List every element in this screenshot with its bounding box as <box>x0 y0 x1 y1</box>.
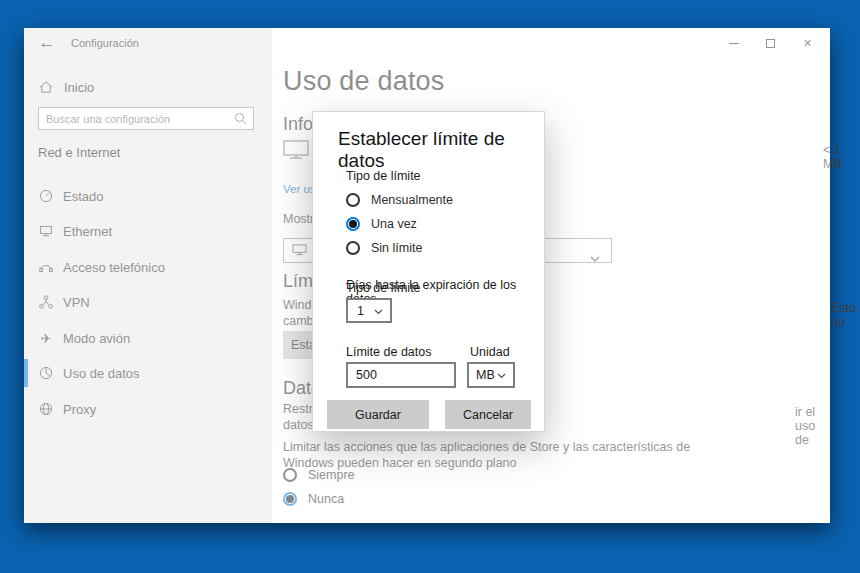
radio-circle <box>346 241 360 255</box>
desktop: ← Configuración Inicio Red e Internet <box>0 0 860 573</box>
radio-label: Sin límite <box>371 241 422 255</box>
unit-value: MB <box>476 368 495 382</box>
radio-label: Mensualmente <box>371 193 453 207</box>
radio-mensualmente[interactable]: Mensualmente <box>346 193 453 207</box>
set-data-limit-dialog: Establecer límite de datos Tipo de límit… <box>312 111 545 432</box>
days-value: 1 <box>357 304 364 318</box>
limit-type-label: Tipo de límite <box>346 169 421 183</box>
unit-dropdown[interactable]: MB <box>467 362 515 388</box>
chevron-down-icon <box>374 304 383 318</box>
dialog-title: Establecer límite de datos <box>338 128 544 172</box>
radio-sin-limite[interactable]: Sin límite <box>346 241 422 255</box>
radio-una-vez[interactable]: Una vez <box>346 217 417 231</box>
limit-desc-line1-right: Esto no <box>831 301 856 329</box>
radio-circle <box>346 193 360 207</box>
radio-circle-checked <box>346 217 360 231</box>
data-limit-input[interactable] <box>346 362 456 388</box>
cancel-button[interactable]: Cancelar <box>445 400 531 429</box>
unit-label: Unidad <box>470 345 510 359</box>
radio-label: Una vez <box>371 217 417 231</box>
chevron-down-icon <box>497 368 506 382</box>
data-limit-label: Límite de datos <box>346 345 431 359</box>
save-button[interactable]: Guardar <box>327 400 429 429</box>
days-dropdown[interactable]: 1 <box>346 298 392 323</box>
